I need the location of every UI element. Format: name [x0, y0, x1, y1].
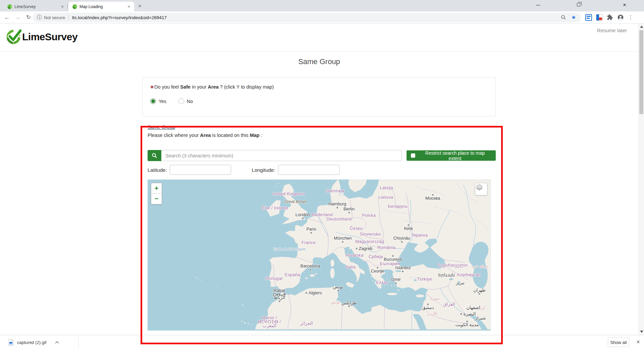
map-label: ⵍⵎⵖⵔⵉⴱ / — [258, 319, 281, 324]
extensions-puzzle-icon[interactable] — [607, 14, 613, 21]
forward-button[interactable]: → — [13, 13, 22, 22]
map-label: Istanbul — [395, 265, 411, 272]
map-label: Italia — [346, 265, 356, 269]
address-bar[interactable]: ⓘ Not secure lts.local/index.php?r=surve… — [33, 13, 581, 22]
radio-yes[interactable] — [150, 98, 156, 104]
map-label: Chișinău — [393, 236, 411, 243]
map-label: البصرة — [461, 312, 476, 316]
radio-no[interactable] — [178, 98, 184, 104]
longitude-input[interactable] — [278, 165, 339, 175]
map-label: شيراز — [475, 316, 486, 320]
scroll-up-icon[interactable] — [640, 26, 643, 28]
map-label: Երևան — [438, 273, 454, 278]
tab-separator — [67, 4, 68, 9]
map-label: العراق — [443, 302, 455, 307]
map-label: Србија — [369, 254, 383, 259]
limesurvey-logo-icon — [5, 29, 21, 45]
back-button[interactable]: ← — [3, 13, 11, 22]
new-tab-button[interactable]: + — [136, 3, 144, 10]
map-label: سوريا — [430, 296, 440, 300]
map-label: România — [377, 245, 395, 250]
scroll-down-icon[interactable] — [640, 331, 643, 333]
map-label: Ελλάς — [376, 280, 388, 285]
layers-control-button[interactable] — [475, 183, 487, 195]
show-all-button[interactable]: Show all — [608, 338, 629, 347]
map-label: България — [380, 261, 400, 266]
zoom-out-button[interactable]: − — [151, 194, 162, 204]
page-scrollbar[interactable] — [638, 23, 644, 335]
map-label: Golfe de Gascogne — [274, 247, 306, 251]
reload-button[interactable]: ↻ — [24, 13, 33, 22]
download-caret-icon[interactable] — [55, 341, 59, 344]
window-minimize-button[interactable]: — — [531, 0, 544, 10]
menu-dots-icon[interactable]: ⋮ — [628, 14, 633, 20]
tab-title: Map Loading — [79, 4, 126, 9]
map-label: España — [285, 272, 300, 277]
tab-map-loading[interactable]: Map Loading × — [68, 2, 134, 11]
map-label: Latvija — [380, 186, 393, 190]
map-label: دریای خزر — [472, 264, 488, 268]
window-close-button[interactable]: × — [618, 0, 631, 10]
zoom-page-icon[interactable] — [561, 15, 566, 21]
map-label: ⵔⴱⴰⵟ — [273, 293, 286, 297]
password-extension-icon[interactable] — [596, 14, 603, 21]
map-label: دمشق — [422, 303, 434, 310]
map-label: London — [296, 212, 310, 219]
browser-toolbar: ← → ↻ ⓘ Not secure lts.local/index.php?r… — [0, 11, 644, 23]
question-text: ✱Do you feel Safe in your Area ? (click … — [150, 84, 488, 90]
page-header: LimeSurvey Resume later — [0, 23, 638, 52]
map-label: Беларусь — [388, 204, 408, 209]
restrict-search-button[interactable]: Restrict search place to map extent — [407, 150, 496, 161]
map-label: Magyarország — [355, 239, 384, 244]
map-label: المغرب — [263, 323, 276, 328]
url-text: lts.local/index.php?r=survey/index&sid=2… — [72, 15, 167, 20]
bookmark-star-icon[interactable]: ★ — [571, 14, 576, 20]
map-label: București — [384, 255, 402, 262]
limesurvey-favicon — [7, 4, 12, 9]
map-label: Azərbaycan — [457, 272, 481, 277]
resume-later-link[interactable]: Resume later — [597, 28, 627, 33]
download-bar-close-icon[interactable]: × — [636, 338, 640, 346]
map-label: İzmir — [391, 277, 401, 284]
group-title-link[interactable]: Same Group — [148, 124, 175, 130]
map-label: Москва — [425, 194, 440, 201]
file-icon — [8, 339, 14, 346]
map-instruction: Please click where your Area is located … — [148, 133, 496, 138]
map-label: Polska — [362, 213, 376, 218]
map-label: Hamburg — [328, 202, 346, 208]
map-label: Algiers — [306, 291, 322, 295]
survey-page: LimeSurvey Resume later Same Group ✱Do y… — [0, 23, 638, 335]
map-label: تبريز — [456, 281, 465, 285]
map-canvas[interactable]: United KingdomGreat BritainÉire / Irelan… — [148, 180, 491, 331]
search-icon — [152, 153, 157, 158]
download-item[interactable]: captured (2).gif — [8, 335, 59, 349]
scrollbar-thumb[interactable] — [639, 30, 643, 114]
ie-tab-extension-icon[interactable] — [585, 14, 592, 21]
map-label: طرابلس — [341, 301, 357, 307]
map-labels: United KingdomGreat BritainÉire / Irelan… — [148, 180, 491, 331]
map-label: Lietuva — [378, 195, 393, 200]
latitude-input[interactable] — [170, 165, 231, 175]
zoom-in-button[interactable]: + — [151, 183, 162, 194]
search-button[interactable] — [148, 150, 161, 161]
map-label: تونس — [331, 300, 340, 304]
tab-close-icon[interactable]: × — [60, 4, 65, 9]
tab-limesurvey[interactable]: LimeSurvey × — [3, 2, 68, 11]
map-zoom-control: + − — [151, 183, 162, 204]
search-input[interactable] — [161, 150, 402, 161]
tab-close-icon[interactable]: × — [126, 4, 131, 9]
latitude-label: Latitude: — [148, 167, 167, 173]
map-label: Portugal — [265, 276, 282, 281]
map-label: الأردن — [427, 312, 437, 316]
map-label: Berlin — [343, 207, 355, 213]
restrict-checkbox[interactable] — [411, 153, 415, 158]
download-bar: captured (2).gif Show all × — [0, 335, 644, 349]
map-label: Česko — [350, 226, 363, 231]
map-label: Maroc / — [262, 315, 277, 320]
info-icon[interactable]: ⓘ — [37, 14, 42, 20]
profile-avatar-icon[interactable] — [617, 14, 624, 21]
download-filename: captured (2).gif — [17, 340, 46, 345]
tab-title: LimeSurvey — [14, 4, 60, 9]
map-label: Éire / Ireland — [262, 206, 288, 210]
window-restore-button[interactable] — [577, 3, 580, 6]
